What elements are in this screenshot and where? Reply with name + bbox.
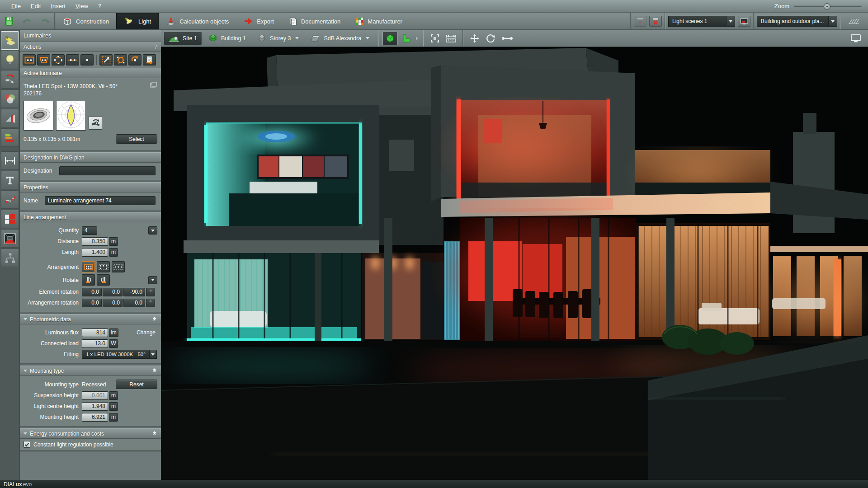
scene-display-button[interactable]	[738, 16, 750, 27]
tab-documentation[interactable]: Documentation	[281, 13, 348, 29]
designation-input[interactable]	[59, 166, 156, 175]
tab-light[interactable]: Light	[116, 13, 159, 29]
element-rotation-y-field[interactable]: 0.0	[103, 288, 123, 296]
hatching-button[interactable]	[844, 18, 863, 24]
energy-header[interactable]: Energy consumption and costs	[20, 428, 161, 439]
luminaires-tool-button[interactable]	[1, 31, 19, 50]
view-3d-button[interactable]	[382, 32, 398, 45]
arrangement-rotation-z-field[interactable]: 0.0	[123, 299, 145, 307]
suspension-height-field[interactable]: 0.001	[82, 391, 108, 400]
breadcrumb-storey[interactable]: Storey 3	[252, 32, 304, 45]
draw-line-button[interactable]	[500, 32, 515, 45]
mounting-height-field[interactable]: 6.921	[82, 413, 108, 422]
actions-help[interactable]: ?	[154, 44, 157, 50]
zoom-slider[interactable]	[794, 3, 862, 9]
auto-arrangement-button[interactable]	[99, 54, 113, 66]
surface-pattern-tool-button[interactable]	[1, 210, 19, 228]
quantity-field[interactable]: 4	[82, 226, 97, 235]
energy-efficiency-tool-button[interactable]	[1, 128, 19, 147]
element-rotation-z-field[interactable]: -90.0	[123, 288, 145, 296]
rotate-photometry-button[interactable]	[89, 116, 102, 130]
zoom-slider-thumb[interactable]	[824, 3, 830, 10]
view-plan-button[interactable]	[399, 32, 414, 45]
arrangement-rotation-y-field[interactable]: 0.0	[103, 299, 123, 307]
tab-construction[interactable]: Construction	[55, 13, 116, 29]
line-arrangement-button[interactable]	[66, 54, 79, 66]
breadcrumb-site[interactable]: Site 1	[164, 32, 202, 45]
rotate-arrangement-button[interactable]	[114, 54, 127, 66]
menu-file[interactable]: File	[6, 1, 26, 11]
room-dropdown-arrow[interactable]	[366, 37, 369, 39]
storey-dropdown-arrow[interactable]	[295, 37, 299, 39]
display-options-button[interactable]	[848, 32, 863, 45]
arrangement-edge-button[interactable]	[112, 261, 125, 272]
arrangement-grid-button[interactable]	[82, 261, 95, 272]
mounting-header[interactable]: Mounting type	[20, 366, 161, 376]
tab-calculation-objects[interactable]: Calculation objects	[159, 13, 236, 29]
luminaire-photo-thumbnail[interactable]	[24, 101, 53, 131]
select-luminaire-button[interactable]: Select	[116, 134, 157, 144]
quantity-dropdown-button[interactable]	[148, 226, 157, 235]
light-centre-height-field[interactable]: 1.948	[82, 402, 108, 411]
light-scenes-dropdown-arrow[interactable]	[726, 16, 735, 27]
breadcrumb-building[interactable]: Building 1	[203, 32, 251, 45]
connected-load-field[interactable]: 13.0	[82, 339, 108, 348]
change-link[interactable]: Change	[137, 329, 156, 336]
lamps-tool-button[interactable]	[1, 51, 19, 69]
photometric-curve-thumbnail[interactable]	[56, 101, 86, 131]
rotate-luminaires-button[interactable]	[128, 54, 142, 66]
tab-manufacturer[interactable]: Manufacturer	[348, 13, 410, 29]
view-mode-dropdown[interactable]: Building and outdoor pla...	[757, 16, 837, 27]
view-mode-dropdown-arrow[interactable]	[828, 16, 837, 27]
element-rotation-x-field[interactable]: 0.0	[82, 288, 102, 296]
menu-view[interactable]: View	[71, 1, 93, 11]
name-input[interactable]	[45, 196, 156, 205]
room-surfaces-tool-button[interactable]	[1, 229, 19, 248]
luminous-flux-field[interactable]: 814	[82, 328, 108, 337]
save-button[interactable]	[0, 13, 18, 29]
takeover-data-button[interactable]	[143, 54, 156, 66]
single-luminaire-button[interactable]	[80, 54, 94, 66]
photometric-header[interactable]: Photometric data	[20, 314, 161, 324]
arrangement-rotation-x-field[interactable]: 0.0	[82, 299, 102, 307]
polygon-arrangement-button[interactable]	[37, 54, 50, 66]
measure-distance-button[interactable]	[443, 32, 459, 45]
rotate-ccw-button[interactable]	[97, 274, 110, 286]
pin-icon[interactable]	[152, 368, 157, 374]
distance-field[interactable]: 0.350	[82, 237, 108, 246]
copy-luminaire-icon[interactable]	[150, 82, 157, 88]
undo-button[interactable]	[18, 13, 36, 29]
tab-export[interactable]: Export	[236, 13, 281, 29]
constant-light-checkbox[interactable]	[24, 441, 30, 448]
delete-scene-button[interactable]	[649, 16, 662, 27]
menu-help[interactable]: ?	[93, 1, 106, 11]
pin-icon[interactable]	[152, 431, 157, 437]
zoom-fit-button[interactable]	[427, 32, 443, 45]
fitting-dropdown-arrow[interactable]	[149, 350, 157, 359]
rotate-dropdown-button[interactable]	[148, 276, 157, 284]
text-tool-button[interactable]	[1, 171, 19, 189]
fitting-dropdown[interactable]: 1 x LED 10W 3000K - 50°	[82, 350, 157, 359]
menu-insert[interactable]: Insert	[46, 1, 71, 11]
render-3d-view[interactable]	[161, 47, 868, 480]
length-field[interactable]: 1.400	[82, 248, 108, 257]
viewport-3d[interactable]	[161, 47, 868, 480]
move-tool-button[interactable]	[467, 32, 482, 45]
circle-arrangement-button[interactable]	[52, 54, 65, 66]
spline-tool-button[interactable]	[1, 190, 19, 209]
arrangement-perimeter-button[interactable]	[97, 261, 110, 272]
view-more-arrow[interactable]	[416, 37, 418, 40]
rotate-cw-button[interactable]	[82, 274, 95, 286]
light-colors-tool-button[interactable]	[1, 89, 19, 108]
structure-tool-button[interactable]	[1, 249, 19, 267]
rotate-view-button[interactable]	[483, 32, 499, 45]
menu-edit[interactable]: Edit	[26, 1, 46, 11]
light-scenes-dropdown[interactable]: Light scenes 1	[668, 16, 735, 27]
dimming-tool-button[interactable]	[1, 109, 19, 127]
pin-icon[interactable]	[152, 316, 157, 323]
breadcrumb-room[interactable]: SdB Alexandra	[305, 32, 374, 45]
reset-mounting-button[interactable]: Reset	[116, 380, 157, 389]
measure-tool-button[interactable]	[1, 151, 19, 170]
field-arrangement-button[interactable]	[23, 54, 36, 66]
joint-arrangement-tool-button[interactable]	[1, 70, 19, 89]
